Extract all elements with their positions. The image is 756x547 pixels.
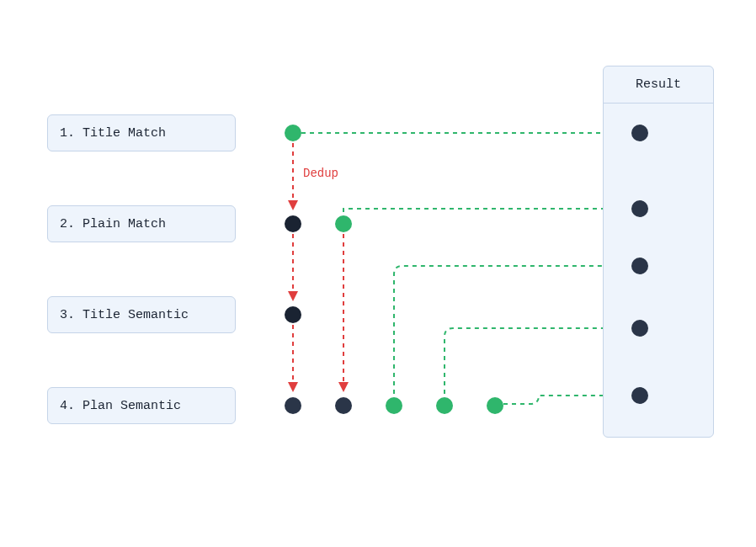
result-body	[604, 104, 713, 437]
row4-dot-2	[335, 397, 352, 414]
result-dot-3	[631, 258, 648, 274]
stage-2-label: 2. Plain Match	[60, 217, 166, 231]
result-dot-5	[631, 387, 648, 404]
stage-1-box: 1. Title Match	[47, 114, 236, 151]
row3-dot-1	[285, 306, 301, 323]
row2-dot-2	[335, 215, 352, 232]
result-dot-2	[631, 200, 648, 217]
result-dot-1	[631, 125, 648, 141]
stage-1-label: 1. Title Match	[60, 126, 166, 141]
row4-dot-5	[487, 397, 503, 414]
result-header: Result	[604, 66, 713, 104]
stage-4-box: 4. Plan Semantic	[47, 387, 236, 424]
stage-3-box: 3. Title Semantic	[47, 296, 236, 333]
stage-3-label: 3. Title Semantic	[60, 308, 189, 322]
dedup-label: Dedup	[303, 167, 338, 180]
row4-dot-4	[436, 397, 453, 414]
result-dot-4	[631, 320, 648, 337]
row4-dot-1	[285, 397, 301, 414]
result-header-label: Result	[636, 77, 681, 92]
row4-dot-3	[386, 397, 402, 414]
stage-4-label: 4. Plan Semantic	[60, 399, 181, 413]
row2-dot-1	[285, 215, 301, 232]
result-box: Result	[603, 66, 714, 438]
diagram: 1. Title Match 2. Plain Match 3. Title S…	[0, 0, 756, 547]
row1-dot-1	[285, 125, 301, 141]
stage-2-box: 2. Plain Match	[47, 205, 236, 242]
